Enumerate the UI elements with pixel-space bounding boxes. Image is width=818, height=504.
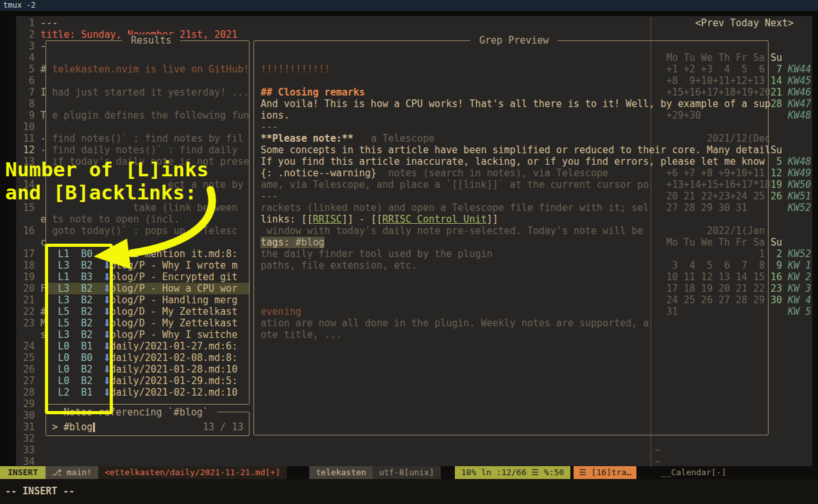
calendar-prev-button[interactable]: <Prev	[695, 17, 724, 29]
result-entry-label[interactable]: blog/P - Encrypted git	[110, 271, 237, 283]
tmux-title: tmux -2	[3, 1, 36, 10]
screen-rows: 1---<PrevTodayNext> 2title: Sunday, Nove…	[17, 17, 818, 467]
text-segment: 27	[23, 375, 35, 387]
calendar-sunday[interactable]: 7	[771, 63, 782, 75]
result-row[interactable]: 28L2B1⬇daily/2021-02-12.md:10	[17, 387, 818, 398]
calendar-days[interactable]: 10 11 12 13 14 15	[666, 271, 765, 283]
text-segment: {: .notice--warning}	[260, 167, 377, 179]
calendar-days[interactable]: 17 18 19 20 21 22	[666, 283, 765, 294]
calendar-sunday[interactable]: 28	[771, 98, 782, 110]
calendar-days[interactable]: +13+14+15+16+17*18	[666, 179, 771, 190]
text-segment: notes (search in notes), via Telescope	[388, 167, 608, 179]
result-entry-label[interactable]: …al i mention it.md:8:	[110, 248, 237, 260]
calendar-next-button[interactable]: Next>	[765, 17, 794, 29]
tag-match[interactable]: #blog	[295, 237, 324, 248]
screen-row: 31	[17, 421, 818, 433]
wiki-link[interactable]: RRISC Control Unit	[382, 214, 487, 225]
calendar-sunday[interactable]: 2	[771, 248, 782, 260]
text-segment: ~	[654, 444, 660, 456]
text-segment: KW 3	[788, 283, 811, 294]
calendar-sunday[interactable]: 21	[771, 87, 782, 98]
result-entry-label[interactable]: blog/D - My Zettelkast	[110, 317, 237, 329]
calendar-sunday[interactable]: 26	[771, 190, 782, 202]
result-row[interactable]: sote title, ...L3B2⬇blog/P - Why I switc…	[17, 329, 818, 340]
result-entry-label[interactable]: blog/P - Why I wrote m	[110, 260, 237, 271]
statusbar-gap	[636, 466, 656, 479]
text-segment: ---	[260, 190, 278, 202]
result-entry-label[interactable]: blog/P - Why I switche	[110, 329, 237, 340]
text-segment: window with today's daily note pre-selec…	[260, 225, 643, 237]
encoding-segment: utf-8[unix]	[373, 466, 441, 479]
calendar-days[interactable]: 31	[666, 306, 677, 317]
result-row[interactable]: 23Mation are now all done in the plugin.…	[17, 317, 818, 329]
text-segment: 8	[23, 98, 35, 110]
screen-row: 12-find daily notes()` : find dailySome …	[17, 144, 818, 156]
calendar-today-button[interactable]: Today	[730, 17, 759, 29]
calendar-sunday[interactable]: 9	[771, 260, 782, 271]
calendar-days[interactable]: +6 +7 +8 +9+10+11	[666, 167, 765, 179]
calendar-days[interactable]: 20 21 22+23+24 25	[666, 190, 765, 202]
text-segment: ]]	[342, 214, 354, 225]
calendar-sunday[interactable]: 5	[771, 156, 782, 167]
calendar-days[interactable]: 3 4 5 6 7 8	[666, 260, 765, 271]
result-row[interactable]: 25L0B0⬇daily/2021-02-08.md:8:	[17, 352, 818, 364]
text-cursor	[93, 423, 95, 432]
calendar-days[interactable]: 27 28 29 30 31	[666, 202, 747, 214]
text-segment: 1	[759, 248, 765, 260]
result-entry-label[interactable]: daily/2021-01-28.md:10	[110, 364, 237, 375]
result-row[interactable]: 22#evening31KW 5L5B2⬇blog/D - My Zettelk…	[17, 306, 818, 317]
text-segment: goto today()` : pops up a Telesc	[52, 225, 237, 237]
annotation-highlight-box	[45, 244, 113, 414]
result-row[interactable]: 26L0B2⬇daily/2021-01-28.md:10	[17, 364, 818, 375]
result-row[interactable]: 1910 11 12 13 14 1516KW 2L1B3⬇blog/P - E…	[17, 271, 818, 283]
text-segment: 30	[23, 410, 35, 421]
text-segment: 22	[23, 306, 35, 317]
calendar-days[interactable]: +29+30	[666, 110, 701, 121]
result-entry-label[interactable]: daily/2021-01-29.md:5:	[110, 375, 237, 387]
result-row[interactable]: 18paths, file extension, etc. 3 4 5 6 7 …	[17, 260, 818, 271]
text-segment: 4	[23, 52, 35, 63]
text-segment: 20	[23, 283, 35, 294]
result-entry-label[interactable]: blog/P - How a CPU wor	[110, 283, 237, 294]
result-entry-label[interactable]: blog/D - My Zettelkast	[110, 306, 237, 317]
result-entry-label[interactable]: daily/2021-01-27.md:6:	[110, 340, 237, 352]
command-line: -- INSERT --	[0, 479, 818, 504]
wiki-link[interactable]: RRISC	[313, 214, 342, 225]
result-entry-label[interactable]: daily/2021-02-08.md:8:	[110, 352, 237, 364]
result-row[interactable]: 2124 25 26 27 28 2930KW 4L3B2⬇blog/P - H…	[17, 294, 818, 306]
result-entry-label[interactable]: daily/2021-02-12.md:10	[110, 387, 237, 398]
calendar-sunday[interactable]: 12	[771, 167, 782, 179]
text-segment: 33	[23, 444, 35, 456]
calendar-days[interactable]: +1 +2 +3 4 5 6	[666, 63, 765, 75]
git-branch-segment: ⎇ main!	[46, 466, 98, 479]
calendar-sunday[interactable]: 23	[771, 283, 782, 294]
text-segment: -	[359, 214, 365, 225]
calendar-days[interactable]: +15+16+17+18+19+20	[666, 87, 771, 98]
calendar-sunday[interactable]: 30	[771, 294, 782, 306]
mode-message: -- INSERT --	[5, 485, 74, 497]
result-row[interactable]: 20F17 18 19 20 21 2223KW 3L3B2⬇blog/P - …	[17, 283, 818, 294]
calendar-days[interactable]: 24 25 26 27 28 29	[666, 294, 765, 306]
calendar-days[interactable]: +8 9+10+11+12+13	[666, 75, 765, 87]
result-row[interactable]: 27L0B2⬇daily/2021-01-29.md:5:	[17, 375, 818, 387]
result-row[interactable]: 17the daily finder tool used by the plug…	[17, 248, 818, 260]
result-row[interactable]: 24L0B1⬇daily/2021-01-27.md:6:	[17, 340, 818, 352]
calendar-sunday[interactable]: 19	[771, 179, 782, 190]
text-segment: #	[40, 63, 46, 75]
calendar-sunday[interactable]: 16	[771, 271, 782, 283]
text-segment: 2	[23, 29, 35, 40]
text-segment: 17	[23, 248, 35, 260]
prompt-prefix: >	[52, 421, 64, 433]
text-segment: KW52	[788, 202, 811, 214]
calendar-sunday[interactable]: 14	[771, 75, 782, 87]
result-entry-label[interactable]: blog/P - Handling merg	[110, 294, 237, 306]
text-segment: 31	[23, 421, 35, 433]
search-input[interactable]: > #blog	[52, 421, 95, 433]
text-segment: Su	[771, 144, 782, 156]
calendar-window-statusline: __Calendar[-]	[656, 466, 731, 479]
screen-row: 16goto today()` : pops up a Telesc windo…	[17, 225, 818, 237]
text-segment: If you find this article inaccurate, lac…	[260, 156, 765, 167]
text-segment: find notes()` : find notes by fil	[52, 133, 243, 144]
text-segment: KW44	[788, 63, 811, 75]
text-segment: ]]	[486, 214, 498, 225]
